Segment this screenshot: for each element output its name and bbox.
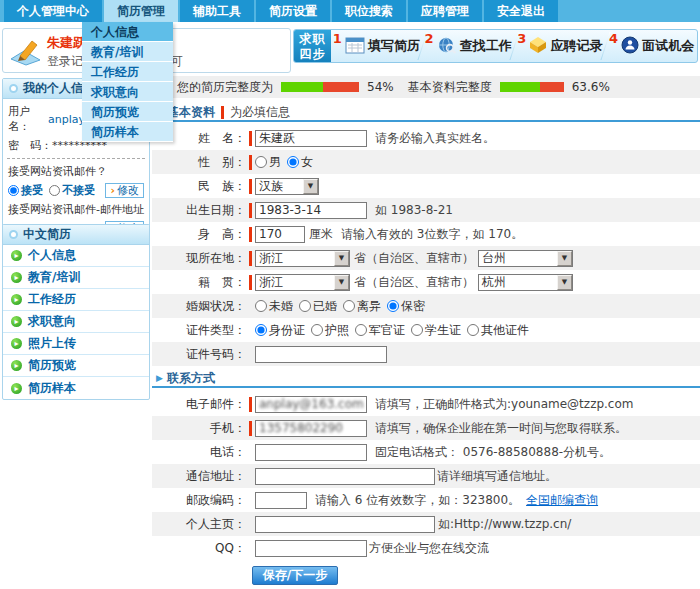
accept-mail-radio[interactable] (8, 185, 19, 196)
zipcode-label: 邮政编码： (154, 492, 246, 509)
required-mark (249, 131, 252, 146)
qq-hint: 方便企业与您在线交流 (369, 540, 489, 557)
section-arrow-icon: ▶ (156, 373, 163, 383)
address-label: 通信地址： (154, 468, 246, 485)
id-type-military-radio[interactable] (355, 324, 367, 336)
marriage-secret-radio[interactable] (387, 300, 399, 312)
email-input[interactable]: anplay@163.com (255, 396, 367, 413)
step-application-records[interactable]: 3 应聘记录 (515, 30, 606, 62)
sidebar-item-photo-upload[interactable]: ▸ 照片上传 (3, 333, 149, 355)
accept-mail-label: 接受 (21, 183, 43, 198)
id-type-other-radio[interactable] (467, 324, 479, 336)
id-type-passport-radio[interactable] (311, 324, 323, 336)
location-province-select[interactable]: 浙江▼ (255, 250, 350, 267)
birthday-hint: 如 1983-8-21 (375, 202, 453, 219)
sidebar-item-education-training[interactable]: ▸ 教育/培训 (3, 267, 149, 289)
id-type-option: 军官证 (369, 322, 405, 339)
basic-info-form: ▶ 基本资料 为必填信息 姓 名： 朱建跃 请务必输入真实姓名。 性 别： 男 … (152, 104, 700, 585)
nav-item-application-management[interactable]: 应聘管理 (408, 0, 482, 22)
dropdown-item-resume-preview[interactable]: 简历预览 (82, 102, 173, 122)
chevron-right-icon: › (110, 184, 115, 197)
nav-item-tools[interactable]: 辅助工具 (180, 0, 254, 22)
step-fill-resume[interactable]: 1 填写简历 (331, 30, 422, 62)
origin-city-select[interactable]: 杭州▼ (478, 274, 573, 291)
name-hint: 请务必输入真实姓名。 (375, 130, 495, 147)
section-contact-header: ▶ 联系方式 (152, 370, 700, 388)
dropdown-item-resume-sample[interactable]: 简历样本 (82, 122, 173, 142)
form-row-id-type: 证件类型： 身份证 护照 军官证 学生证 其他证件 (152, 318, 700, 342)
marriage-label: 婚姻状况： (154, 298, 246, 315)
zipcode-hint: 请输入 6 位有效数字，如：323800。 (315, 492, 520, 509)
nav-item-resume-management[interactable]: 简历管理 (104, 0, 178, 22)
location-label: 现所在地： (154, 250, 246, 267)
height-unit: 厘米 (309, 226, 333, 243)
marriage-single-radio[interactable] (255, 300, 267, 312)
gender-male-radio[interactable] (255, 156, 267, 168)
homepage-input[interactable] (255, 516, 435, 533)
chevron-down-icon: ▼ (557, 251, 572, 266)
nav-item-resume-settings[interactable]: 简历设置 (256, 0, 330, 22)
form-row-marriage: 婚姻状况： 未婚 已婚 离异 保密 (152, 294, 700, 318)
chevron-down-icon: ▼ (557, 275, 572, 290)
location-city-select[interactable]: 台州▼ (478, 250, 573, 267)
nation-label: 民 族： (154, 178, 246, 195)
sidebar-item-resume-preview[interactable]: ▸ 简历预览 (3, 355, 149, 377)
sidebar-item-job-intention[interactable]: ▸ 求职意向 (3, 311, 149, 333)
id-type-idcard-radio[interactable] (255, 324, 267, 336)
record-box-icon (529, 36, 547, 57)
modify-mail-preference-button[interactable]: › 修改 (105, 183, 144, 198)
email-label: 电子邮件： (154, 396, 246, 413)
phone-input[interactable] (255, 444, 367, 461)
form-row-email: 电子邮件： anplay@163.com 请填写，正确邮件格式为:youname… (152, 392, 700, 416)
nav-item-job-search[interactable]: 职位搜索 (332, 0, 406, 22)
step-find-job[interactable]: 2 查找工作 (423, 30, 514, 62)
sidebar-item-work-experience[interactable]: ▸ 工作经历 (3, 289, 149, 311)
step-interview-chances[interactable]: 4 面试机会 (606, 30, 697, 62)
reject-mail-radio[interactable] (49, 185, 60, 196)
gender-female-radio[interactable] (287, 156, 299, 168)
mail-subscribe-question: 接受网站资讯邮件？ (3, 162, 149, 181)
homepage-label: 个人主页： (154, 516, 246, 533)
gender-male-option: 男 (269, 154, 281, 171)
marriage-married-radio[interactable] (299, 300, 311, 312)
nation-select[interactable]: 汉族▼ (255, 178, 319, 195)
nav-item-personal-center[interactable]: 个人管理中心 (4, 0, 102, 22)
job-steps-bar: 求职四步 1 填写简历 2 (293, 29, 698, 63)
required-mark (249, 155, 252, 170)
dropdown-item-education-training[interactable]: 教育/培训 (82, 42, 173, 62)
nav-item-logout[interactable]: 安全退出 (484, 0, 558, 22)
step-label: 面试机会 (642, 37, 694, 55)
homepage-hint: 如:Http://www.tzzp.cn/ (438, 516, 571, 533)
id-type-label: 证件类型： (154, 322, 246, 339)
qq-input[interactable] (255, 540, 367, 557)
name-input[interactable]: 朱建跃 (255, 130, 367, 147)
marriage-divorced-radio[interactable] (343, 300, 355, 312)
resume-completeness-value: 54% (367, 80, 394, 94)
origin-label: 籍 贯： (154, 274, 246, 291)
dropdown-item-personal-info[interactable]: 个人信息 (82, 22, 173, 42)
address-input[interactable] (255, 468, 435, 485)
marriage-option: 未婚 (269, 298, 293, 315)
step-number: 3 (517, 31, 526, 46)
zipcode-input[interactable] (255, 492, 307, 509)
form-row-nation: 民 族： 汉族▼ (152, 174, 700, 198)
mobile-input[interactable]: 13575802290 (255, 420, 367, 437)
sidebar-item-resume-sample[interactable]: ▸ 简历样本 (3, 377, 149, 399)
required-mark (249, 251, 252, 266)
progress-strip: 您的简历完整度为 54% 基本资料完整度 63.6% (152, 76, 700, 98)
section-contact-title: 联系方式 (167, 370, 215, 387)
height-input[interactable]: 170 (255, 226, 305, 243)
id-type-student-radio[interactable] (411, 324, 423, 336)
save-next-button[interactable]: 保存/下一步 (252, 566, 338, 585)
basic-completeness-bar (500, 82, 564, 92)
dropdown-item-job-intention[interactable]: 求职意向 (82, 82, 173, 102)
required-mark (249, 397, 252, 412)
origin-province-select[interactable]: 浙江▼ (255, 274, 350, 291)
user-name: 朱建跃 (47, 34, 86, 52)
birthday-input[interactable]: 1983-3-14 (255, 202, 367, 219)
required-mark (249, 421, 252, 436)
zipcode-lookup-link[interactable]: 全国邮编查询 (526, 492, 598, 509)
id-number-input[interactable] (255, 346, 387, 363)
dropdown-item-work-experience[interactable]: 工作经历 (82, 62, 173, 82)
sidebar-item-personal-info[interactable]: ▸ 个人信息 (3, 245, 149, 267)
